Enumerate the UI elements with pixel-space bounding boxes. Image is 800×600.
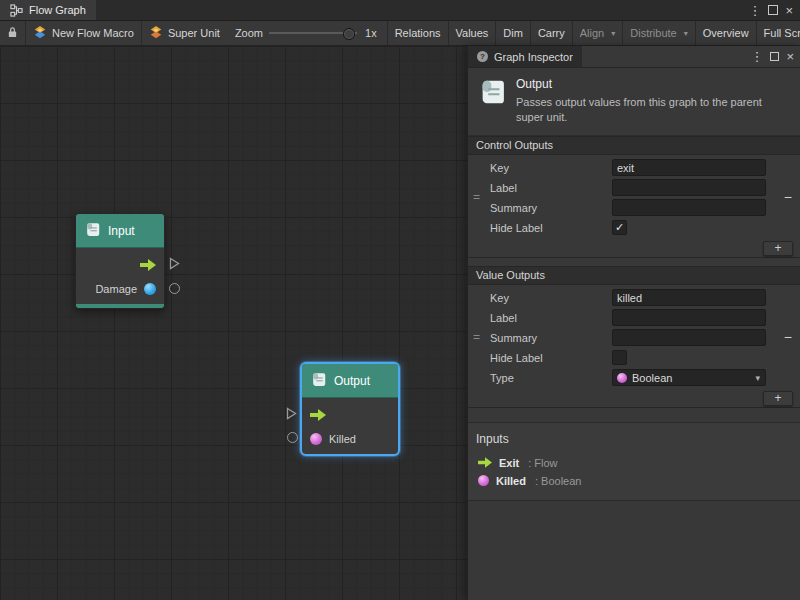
window-maximize-icon[interactable] (768, 5, 778, 15)
control-remove-button[interactable]: − (784, 190, 792, 204)
full-screen-label: Full Screen (764, 27, 800, 39)
window-title-tab[interactable]: Flow Graph (0, 0, 96, 20)
chevron-down-icon: ▾ (611, 29, 615, 38)
flow-macro-icon (33, 25, 47, 41)
window-menu-icon[interactable]: ⋮ (748, 4, 761, 17)
value-outputs-footer: + (468, 390, 800, 408)
zoom-label: Zoom (227, 27, 267, 39)
input-port-name: Exit (499, 457, 519, 469)
new-flow-macro-button[interactable]: New Flow Macro (26, 21, 141, 45)
control-summary-row: Summary (468, 198, 800, 218)
damage-port-label: Damage (95, 283, 137, 295)
window-controls: ⋮ × (748, 0, 800, 20)
graph-inspector-tab[interactable]: ? Graph Inspector (468, 46, 582, 67)
value-summary-field[interactable] (612, 329, 766, 346)
inputs-heading: Inputs (468, 427, 800, 454)
killed-value-port-icon[interactable] (310, 433, 322, 445)
overview-button[interactable]: Overview (696, 21, 756, 45)
value-add-button[interactable]: + (763, 391, 793, 406)
output-flow-input-row (302, 403, 398, 427)
value-hide-label-checkbox[interactable] (612, 350, 627, 365)
value-remove-button[interactable]: − (784, 330, 792, 344)
flow-input-icon[interactable] (310, 409, 326, 421)
value-key-field[interactable] (612, 289, 766, 306)
node-input-header[interactable]: Input (76, 214, 164, 248)
scroll-icon (310, 371, 327, 391)
super-unit-button[interactable]: Super Unit (142, 21, 227, 45)
inspector-close-icon[interactable]: × (786, 50, 794, 63)
value-summary-row: Summary (468, 328, 800, 348)
graph-inspector-panel: ? Graph Inspector ⋮ × Output Passes outp… (467, 46, 800, 600)
value-type-label: Type (490, 372, 612, 384)
input-value-port-circle[interactable] (169, 283, 180, 294)
window-close-icon[interactable]: × (785, 4, 793, 17)
control-add-button[interactable]: + (763, 241, 793, 256)
boolean-icon (478, 475, 489, 486)
control-summary-field[interactable] (612, 199, 766, 216)
drag-handle-icon[interactable]: = (473, 190, 480, 204)
super-unit-icon (149, 25, 163, 41)
value-type-dropdown[interactable]: Boolean ▾ (612, 369, 766, 386)
node-output[interactable]: Output Killed (300, 362, 400, 456)
chevron-down-icon: ▾ (755, 373, 760, 383)
control-key-label: Key (490, 162, 612, 174)
flow-output-icon[interactable] (140, 259, 156, 271)
value-label-label: Label (490, 312, 612, 324)
value-label-row: Label (468, 308, 800, 328)
node-output-body: Killed (302, 398, 398, 454)
damage-value-port-icon[interactable] (144, 283, 156, 295)
drag-handle-icon[interactable]: = (473, 330, 480, 344)
window-titlebar: Flow Graph ⋮ × (0, 0, 800, 21)
inputs-row-exit: Exit : Flow (468, 454, 800, 472)
values-button[interactable]: Values (449, 21, 496, 45)
value-key-label: Key (490, 292, 612, 304)
zoom-slider[interactable] (267, 21, 359, 45)
carry-button[interactable]: Carry (531, 21, 572, 45)
output-killed-row: Killed (302, 427, 398, 451)
node-output-header[interactable]: Output (302, 364, 398, 398)
distribute-button[interactable]: Distribute ▾ (623, 21, 694, 45)
inspector-maximize-icon[interactable] (770, 52, 779, 61)
value-type-row: Type Boolean ▾ (468, 368, 800, 388)
control-hide-label-row: Hide Label ✓ (468, 218, 800, 238)
full-screen-button[interactable]: Full Screen (757, 21, 800, 45)
inputs-row-killed: Killed : Boolean (468, 472, 800, 490)
input-port-name: Killed (496, 475, 526, 487)
graph-inspector-icon: ? (477, 51, 488, 62)
input-damage-row: Damage (76, 277, 164, 301)
align-button[interactable]: Align ▾ (573, 21, 622, 45)
inspector-header-text: Output Passes output values from this gr… (516, 77, 778, 125)
output-value-port-circle[interactable] (287, 432, 298, 443)
inspector-tabbar: ? Graph Inspector ⋮ × (468, 46, 800, 68)
value-outputs-list: = Key Label Summary Hide Label Type Bool… (468, 285, 800, 390)
value-outputs-heading: Value Outputs (468, 266, 800, 285)
inspector-description: Passes output values from this graph to … (516, 95, 778, 125)
relations-button[interactable]: Relations (388, 21, 448, 45)
value-key-row: Key (468, 288, 800, 308)
distribute-label: Distribute (630, 27, 676, 39)
value-summary-label: Summary (490, 332, 612, 344)
control-label-row: Label (468, 178, 800, 198)
node-output-title: Output (334, 374, 370, 388)
dim-button[interactable]: Dim (496, 21, 530, 45)
control-key-field[interactable] (612, 159, 766, 176)
node-input[interactable]: Input Damage (75, 213, 165, 309)
carry-label: Carry (538, 27, 565, 39)
control-label-field[interactable] (612, 179, 766, 196)
control-outputs-heading: Control Outputs (468, 136, 800, 155)
output-flow-port-triangle[interactable] (286, 407, 297, 420)
lock-button[interactable] (0, 21, 25, 45)
new-flow-macro-label: New Flow Macro (52, 27, 134, 39)
value-outputs-heading-label: Value Outputs (476, 269, 545, 281)
inspector-menu-icon[interactable]: ⋮ (750, 50, 763, 63)
input-flow-port-triangle[interactable] (169, 257, 180, 270)
control-hide-label-checkbox[interactable]: ✓ (612, 220, 627, 235)
chevron-down-icon: ▾ (684, 29, 688, 38)
graph-inspector-tab-label: Graph Inspector (494, 51, 573, 63)
zoom-value: 1x (359, 27, 387, 39)
value-label-field[interactable] (612, 309, 766, 326)
values-label: Values (456, 27, 489, 39)
section-gap (468, 258, 800, 266)
zoom-slider-knob[interactable] (343, 28, 355, 40)
flow-graph-window: { "window": { "title": "Flow Graph", "me… (0, 0, 800, 600)
